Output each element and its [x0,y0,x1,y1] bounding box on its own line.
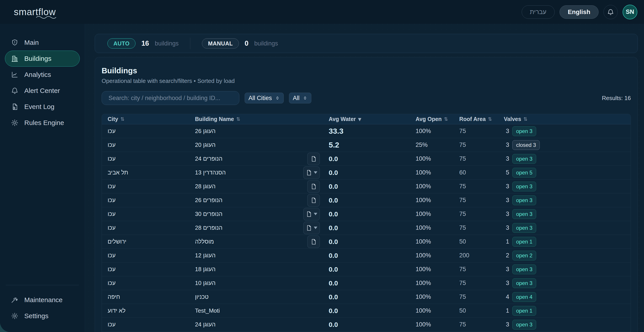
avg-water-cell: 0.0 [329,266,338,273]
table-row[interactable]: עכו העוגן 10 0.0 100% 75 3 open 3 [102,276,631,290]
valve-status-badge: open 3 [512,320,536,330]
sort-icon: ⇅ [444,116,448,122]
table-row[interactable]: עכו העוגן 12 0.0 100% 200 2 open 2 [102,249,631,262]
building-name-cell: העוגן 10 [195,280,216,286]
table-row[interactable]: עכו הנופרים 28 0.0 100% 75 3 open 3 [102,221,631,235]
column-header-roof-area[interactable]: Roof Area ⇅ [454,116,498,122]
sidebar-item-main[interactable]: Main [5,34,80,50]
table-row[interactable]: ירושלים מוסללה 0.0 100% 50 1 open 1 [102,235,631,249]
table-row[interactable]: עכו העוגן 26 33.3 100% 75 3 open 3 [102,124,631,138]
building-name-cell: הנופרים 30 [195,210,222,218]
auto-mode-pill: AUTO [108,38,136,48]
document-icon [310,156,317,162]
document-button[interactable] [307,153,320,165]
language-english-button[interactable]: English [560,5,598,19]
table-row[interactable]: לא ידוע Test_Moti 0.0 100% 50 1 open 1 [102,304,631,318]
avg-water-cell: 0.0 [329,224,338,232]
document-button[interactable] [303,166,320,179]
status-filter-select[interactable]: All [289,93,311,104]
building-name-cell: העוגן 26 [195,128,216,134]
document-button[interactable] [307,236,320,248]
avg-water-cell: 33.3 [329,127,344,136]
table-row[interactable]: עכו העוגן 18 0.0 100% 75 3 open 3 [102,262,631,276]
sidebar-spacer [4,131,80,285]
building-name-cell: מוסללה [195,238,214,245]
filter-row: All Cities All [102,91,631,105]
document-button[interactable] [303,208,320,220]
sidebar-item-maintenance[interactable]: Maintenance [5,292,80,308]
sidebar-item-event-log[interactable]: Event Log [5,99,80,115]
roof-area-cell: 75 [459,321,466,328]
auto-suffix: buildings [155,40,179,47]
table-row[interactable]: חיפה טכניון 0.0 100% 75 4 open 4 [102,290,631,304]
avg-open-cell: 100% [416,321,431,328]
bell-icon [607,8,614,16]
city-cell: לא ידוע [108,307,126,314]
avg-water-cell: 0.0 [329,196,338,204]
search-input[interactable] [102,91,239,105]
city-cell: עכו [108,280,116,286]
sidebar-item-alert-center[interactable]: Alert Center [5,83,80,99]
avg-water-cell: 0.0 [329,183,338,190]
building-name-cell: העוגן 28 [195,183,216,190]
roof-area-cell: 75 [459,142,466,148]
city-cell: עכו [108,321,116,328]
caret-down-icon [314,213,317,215]
valve-count-cell: 3 [504,128,509,134]
table-row[interactable]: עכו הנופרים 24 0.0 100% 75 3 open 3 [102,152,631,166]
city-cell: עכו [108,252,116,259]
city-cell: עכו [108,183,116,190]
column-header-building-name[interactable]: Building Name ⇅ [189,116,323,122]
table-row[interactable]: עכו העוגן 24 0.0 100% 75 3 open 3 [102,318,631,332]
sort-icon: ⇅ [488,116,492,122]
avg-water-cell: 0.0 [329,252,338,259]
shield-icon [11,39,18,46]
document-button[interactable] [303,222,320,234]
sidebar-item-settings[interactable]: Settings [5,308,80,324]
sidebar-item-analytics[interactable]: Analytics [5,66,80,83]
sidebar-item-label: Rules Engine [24,119,64,126]
roof-area-cell: 75 [459,224,466,231]
sidebar-item-label: Buildings [24,55,52,62]
document-button[interactable] [307,180,320,193]
roof-area-cell: 60 [459,169,466,176]
rules-engine-icon [11,119,18,126]
hammer-icon [11,296,18,304]
valve-count-cell: 4 [504,294,509,300]
column-header-avg-open[interactable]: Avg Open ⇅ [410,116,454,122]
valve-count-cell: 1 [504,238,509,245]
avg-open-cell: 100% [416,197,431,204]
column-header-city[interactable]: City ⇅ [102,116,189,122]
avg-open-cell: 100% [416,169,431,176]
table-row[interactable]: עכו הנופרים 30 0.0 100% 75 3 open 3 [102,207,631,221]
building-name-cell: העוגן 20 [195,142,216,148]
logo-wave-icon [36,15,57,19]
valve-status-badge: open 3 [512,182,536,192]
manual-mode-pill: MANUAL [202,38,239,48]
document-icon [306,225,312,231]
valve-status-badge: open 3 [512,278,536,288]
table-row[interactable]: עכו הנופרים 26 0.0 100% 75 3 open 3 [102,194,631,207]
valve-count-cell: 3 [504,142,509,148]
avg-water-cell: 0.0 [329,321,338,328]
avg-open-cell: 100% [416,238,431,245]
valve-status-badge: open 4 [512,292,536,302]
document-button[interactable] [307,194,320,206]
valve-count-cell: 3 [504,197,509,204]
column-header-avg-water[interactable]: Avg Water ▼ [323,116,410,122]
notifications-button[interactable] [604,5,618,19]
table-row[interactable]: תל אביב הסנהדרין 13 0.0 100% 60 5 open 5 [102,166,631,180]
city-filter-select[interactable]: All Cities [245,93,284,104]
caret-down-icon [314,171,317,174]
avg-open-cell: 100% [416,294,431,300]
valve-status-badge: open 1 [512,306,536,316]
chevron-updown-icon [275,96,280,100]
table-row[interactable]: עכו העוגן 28 0.0 100% 75 3 open 3 [102,180,631,194]
column-header-valves[interactable]: Valves ⇅ [498,116,631,122]
sidebar-item-buildings[interactable]: Buildings [5,50,80,66]
sidebar-item-rules-engine[interactable]: Rules Engine [5,115,80,131]
language-hebrew-button[interactable]: עברית [522,5,555,19]
table-row[interactable]: עכו העוגן 20 5.2 25% 75 3 closed 3 [102,138,631,152]
avatar[interactable]: SN [622,5,637,20]
valve-count-cell: 3 [504,155,509,162]
